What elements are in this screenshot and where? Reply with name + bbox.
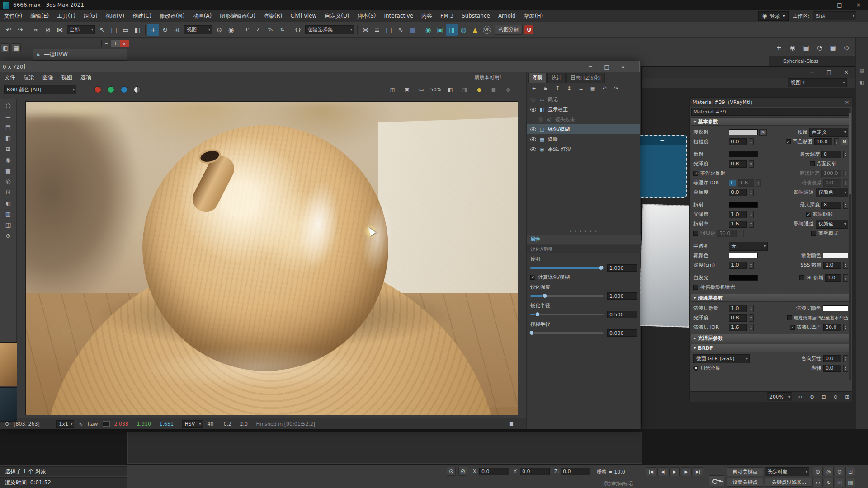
blur-radius-slider[interactable] [530,332,604,334]
select-and-link-icon[interactable]: ∞ [30,24,42,36]
layer-row[interactable]: ◉ 来源: 灯混 [527,144,640,154]
viewport-layout-icon[interactable]: ▦ [845,478,855,487]
left-tool-icon[interactable]: ◫ [5,221,11,228]
render-last-icon[interactable]: ● [475,85,484,94]
selected-object-dropdown[interactable]: 选定对象 [765,467,809,476]
isolate-toggle-icon[interactable]: ⊙ [447,467,456,476]
menu-item[interactable]: Arnold [494,13,520,19]
eye-icon[interactable] [530,127,536,131]
diffuse-color-swatch[interactable] [729,129,758,135]
window-crossing-icon[interactable]: ◧ [132,24,143,36]
z-coordinate-field[interactable]: 0.0 [561,468,590,475]
curve-editor-icon[interactable]: ∿ [395,24,406,36]
coat-ior-value[interactable]: 1.6 [729,324,747,331]
key-filter-button[interactable]: 关键点过滤器... [765,478,813,487]
spinner[interactable] [749,305,754,312]
spinner[interactable] [749,160,754,168]
utilities-tab-icon[interactable]: ◇ [841,42,853,53]
add-folder-icon[interactable]: ⊞ [541,84,550,93]
rendered-frame-icon[interactable]: ◨ [446,24,458,36]
scale-icon[interactable]: ⊞ [171,24,183,36]
blue-channel-icon[interactable] [121,86,127,93]
spinner[interactable] [749,189,754,196]
opacity-slider[interactable] [530,267,604,269]
spinner[interactable] [843,202,848,209]
spinner[interactable] [843,355,848,362]
left-tool-icon[interactable]: ▤ [5,124,11,131]
eye-icon[interactable] [530,147,536,151]
menu-item[interactable]: 帮助(H) [520,13,547,19]
spinner[interactable] [749,221,754,228]
qr-badge-icon[interactable]: QR [483,26,491,34]
left-tool-icon[interactable]: ◐ [5,200,10,206]
statusbar-menu-icon[interactable]: ≣ [509,421,514,427]
go-to-start-icon[interactable]: |◀ [646,467,656,476]
snap-toggle-icon[interactable]: 3² [241,24,253,36]
slate-maximize-button[interactable]: □ [821,67,838,78]
reflect-depth-value[interactable]: 8 [821,151,841,158]
left-tool-icon[interactable]: ◧ [5,135,11,141]
sharpen-radius-slider[interactable] [530,314,604,315]
align-icon[interactable]: ≡ [371,24,383,36]
fresnel-ior-value[interactable]: 1.6 [738,179,754,187]
left-tool-icon[interactable]: ▦ [5,167,11,174]
schematic-view-icon[interactable]: ▥ [406,24,418,36]
mirror-icon[interactable]: ⋈ [359,24,371,36]
menu-item[interactable]: 视图(V) [102,13,129,19]
unlink-selection-icon[interactable]: ⊘ [42,24,54,36]
rect-region-icon[interactable]: ▭ [120,24,132,36]
material-name-field[interactable]: Material #39 [691,108,850,116]
vfb-menu-item[interactable]: 文件 [0,74,19,80]
warning-icon[interactable]: ▲ [469,24,481,36]
red-channel-icon[interactable] [94,86,101,93]
coat-lock-checkbox[interactable] [787,315,792,320]
left-tool-icon[interactable]: ⊡ [6,189,11,196]
refract-color-swatch[interactable] [729,202,758,208]
scene-explorer-icon[interactable]: ▤ [383,24,395,36]
coat-color-swatch[interactable] [823,305,848,311]
paint-tool-icon[interactable]: ◧ [1,43,10,52]
preview-zoom-dropdown[interactable]: 200% [767,392,792,401]
channel-dropdown[interactable]: RGB 颜色 [AB] [4,85,76,94]
maximize-button[interactable]: □ [830,0,849,10]
coat-bump-value[interactable]: 30.0 [823,324,841,331]
time-tag-label[interactable]: 添加时间标记 [603,480,633,487]
select-object-icon[interactable]: ↖ [96,24,108,36]
display-tab-icon[interactable]: ▦ [827,42,839,53]
menu-item[interactable]: 渲染(R) [259,13,287,19]
spinner[interactable] [843,365,848,372]
vfb-maximize-button[interactable]: □ [599,61,615,72]
eye-icon[interactable] [538,117,543,122]
auto-key-button[interactable]: 自动关键点 [727,467,763,476]
one-click-uvw-button[interactable]: 一键UVW [44,51,68,59]
x-coordinate-field[interactable]: 0.0 [479,468,509,475]
named-selection-sets-dropdown[interactable]: 创建选择集 [305,25,354,34]
reference-coordsys-dropdown[interactable]: 视图 [184,25,212,34]
left-tool-icon[interactable]: ◉ [5,156,10,163]
bump-checkbox[interactable] [786,139,791,144]
material-node-preview[interactable] [638,204,693,328]
opacity-value[interactable]: 1.000 [607,264,637,272]
metalness-value[interactable]: 0.0 [729,189,747,196]
spinner[interactable] [749,324,754,331]
edit-named-selections-icon[interactable]: {} [292,24,304,36]
add-layer-icon[interactable]: + [529,84,538,93]
menu-item[interactable]: 图形编辑器(D) [216,13,259,19]
save-image-icon[interactable]: ◫ [388,85,397,94]
zoom-dropdown[interactable]: 1x1 [56,420,74,428]
pan-icon[interactable]: ↔ [796,392,805,401]
spinner[interactable] [749,211,754,218]
pan-icon[interactable]: ↔ [813,478,823,487]
undo-layer-icon[interactable]: ↶ [600,84,609,93]
spinner[interactable] [843,324,848,331]
eye-icon[interactable] [530,98,536,102]
history-icon[interactable]: ◍ [504,85,513,94]
material-preview-tab[interactable]: Spherical-Glass [769,56,855,66]
use-glossiness-radio[interactable] [693,366,698,371]
menu-item[interactable]: 内容 [417,13,436,19]
selection-lock-icon[interactable]: ⊘ [458,467,467,476]
depth-value[interactable]: 1.0 [729,262,747,269]
layer-list-icon[interactable]: ≣ [576,84,585,93]
mono-channel-icon[interactable] [134,86,141,93]
menu-item[interactable]: 组(G) [80,13,102,19]
